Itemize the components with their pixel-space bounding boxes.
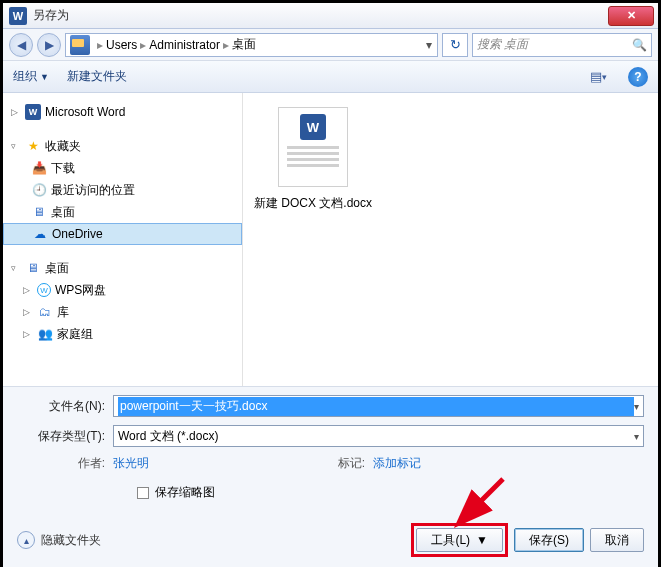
organize-menu[interactable]: 组织▼: [13, 68, 49, 85]
save-thumbnail-label: 保存缩略图: [155, 484, 215, 501]
crumb-admin[interactable]: Administrator: [149, 38, 220, 52]
filename-label: 文件名(N):: [17, 398, 113, 415]
tree-msword[interactable]: ▷WMicrosoft Word: [3, 101, 242, 123]
collapse-icon[interactable]: ▿: [11, 141, 21, 151]
hide-folders-link[interactable]: ▴ 隐藏文件夹: [17, 531, 101, 549]
help-button[interactable]: ?: [628, 67, 648, 87]
breadcrumb[interactable]: ▸ Users ▸ Administrator ▸ 桌面 ▾: [65, 33, 438, 57]
download-icon: 📥: [31, 160, 47, 176]
tools-button[interactable]: 工具(L)▼: [416, 528, 503, 552]
titlebar: W 另存为 ✕: [3, 3, 658, 29]
chevron-down-icon: ▼: [476, 533, 488, 547]
tree-desktop-fav[interactable]: 🖥桌面: [3, 201, 242, 223]
back-button[interactable]: ◀: [9, 33, 33, 57]
recent-icon: 🕘: [31, 182, 47, 198]
word-icon: W: [25, 104, 41, 120]
tree-onedrive[interactable]: ☁OneDrive: [3, 223, 242, 245]
crumb-desktop[interactable]: 桌面: [232, 36, 256, 53]
filetype-value: Word 文档 (*.docx): [118, 428, 634, 445]
desktop-icon: 🖥: [31, 204, 47, 220]
crumb-sep-icon: ▸: [137, 38, 149, 52]
collapse-icon[interactable]: ▿: [11, 263, 21, 273]
chevron-down-icon: ▾: [602, 72, 607, 82]
author-label: 作者:: [17, 455, 113, 472]
tree-recent[interactable]: 🕘最近访问的位置: [3, 179, 242, 201]
file-item[interactable]: W 新建 DOCX 文档.docx: [253, 107, 373, 212]
expand-icon[interactable]: ▷: [23, 329, 33, 339]
desktop-icon: 🖥: [25, 260, 41, 276]
navigation-tree: ▷WMicrosoft Word ▿★收藏夹 📥下载 🕘最近访问的位置 🖥桌面 …: [3, 93, 243, 386]
tag-label: 标记:: [313, 455, 373, 472]
toolbar: 组织▼ 新建文件夹 ▤ ▾ ?: [3, 61, 658, 93]
tree-homegroup[interactable]: ▷👥家庭组: [3, 323, 242, 345]
crumb-sep-icon: ▸: [94, 38, 106, 52]
tools-highlight: 工具(L)▼: [411, 523, 508, 557]
close-button[interactable]: ✕: [608, 6, 654, 26]
tree-favorites[interactable]: ▿★收藏夹: [3, 135, 242, 157]
tree-desktop[interactable]: ▿🖥桌面: [3, 257, 242, 279]
expand-icon[interactable]: ▷: [23, 307, 33, 317]
chevron-down-icon: ▼: [40, 72, 49, 82]
onedrive-icon: ☁: [32, 226, 48, 242]
search-icon[interactable]: 🔍: [632, 38, 647, 52]
refresh-button[interactable]: ↻: [442, 33, 468, 57]
author-value[interactable]: 张光明: [113, 455, 313, 472]
computer-icon: [70, 35, 90, 55]
tree-wps[interactable]: ▷WWPS网盘: [3, 279, 242, 301]
tag-value[interactable]: 添加标记: [373, 455, 573, 472]
crumb-users[interactable]: Users: [106, 38, 137, 52]
homegroup-icon: 👥: [37, 326, 53, 342]
forward-button[interactable]: ▶: [37, 33, 61, 57]
filetype-label: 保存类型(T):: [17, 428, 113, 445]
filename-value: powerpoint一天一技巧.docx: [118, 397, 634, 416]
address-bar: ◀ ▶ ▸ Users ▸ Administrator ▸ 桌面 ▾ ↻ 搜索 …: [3, 29, 658, 61]
cancel-button[interactable]: 取消: [590, 528, 644, 552]
crumb-sep-icon: ▸: [220, 38, 232, 52]
expand-icon[interactable]: ▷: [23, 285, 33, 295]
wps-icon: W: [37, 283, 51, 297]
filetype-select[interactable]: Word 文档 (*.docx) ▾: [113, 425, 644, 447]
expand-icon[interactable]: ▷: [11, 107, 21, 117]
checkbox-icon[interactable]: [137, 487, 149, 499]
chevron-down-icon[interactable]: ▾: [634, 431, 639, 442]
save-button[interactable]: 保存(S): [514, 528, 584, 552]
library-icon: 🗂: [37, 304, 53, 320]
tree-downloads[interactable]: 📥下载: [3, 157, 242, 179]
file-area[interactable]: W 新建 DOCX 文档.docx: [243, 93, 658, 386]
star-icon: ★: [25, 138, 41, 154]
save-thumbnail-checkbox[interactable]: 保存缩略图: [137, 484, 644, 501]
filename-input[interactable]: powerpoint一天一技巧.docx ▾: [113, 395, 644, 417]
bottom-panel: 文件名(N): powerpoint一天一技巧.docx ▾ 保存类型(T): …: [3, 386, 658, 567]
search-input[interactable]: 搜索 桌面 🔍: [472, 33, 652, 57]
window-title: 另存为: [33, 7, 69, 24]
docx-file-icon: W: [278, 107, 348, 187]
search-placeholder: 搜索 桌面: [477, 36, 528, 53]
chevron-up-icon: ▴: [17, 531, 35, 549]
tree-library[interactable]: ▷🗂库: [3, 301, 242, 323]
save-as-dialog: W 另存为 ✕ ◀ ▶ ▸ Users ▸ Administrator ▸ 桌面…: [0, 0, 661, 567]
chevron-down-icon[interactable]: ▾: [634, 401, 639, 412]
new-folder-button[interactable]: 新建文件夹: [67, 68, 127, 85]
word-app-icon: W: [9, 7, 27, 25]
file-name: 新建 DOCX 文档.docx: [253, 195, 373, 212]
breadcrumb-dropdown-icon[interactable]: ▾: [421, 38, 437, 52]
view-options-button[interactable]: ▤ ▾: [586, 66, 610, 88]
